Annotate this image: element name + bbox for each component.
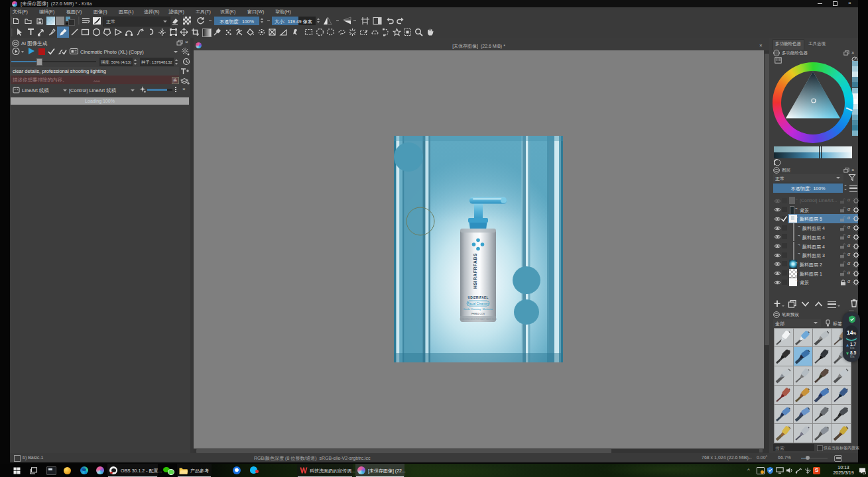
svg-text:UDIZRIFAEL: UDIZRIFAEL	[467, 296, 488, 299]
svg-text:HSIRAFRFABS: HSIRAFRFABS	[473, 253, 477, 289]
svg-text:Gentle Cleansing · Moisturize: Gentle Cleansing · Moisturize	[464, 308, 493, 311]
svg-text:Facial Cleanser: Facial Cleanser	[467, 302, 489, 305]
svg-text:FHEBJ COV: FHEBJ COV	[471, 313, 485, 315]
